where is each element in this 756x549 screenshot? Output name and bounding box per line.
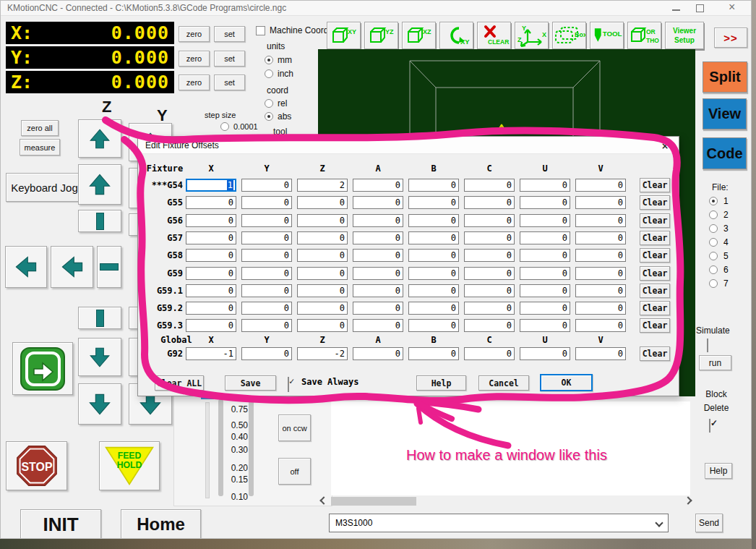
offset-input[interactable]: 0 bbox=[464, 179, 515, 192]
radio-icon[interactable] bbox=[265, 69, 273, 78]
offset-input[interactable]: 0 bbox=[575, 249, 626, 262]
offset-input[interactable]: 0 bbox=[241, 302, 292, 315]
offset-input[interactable]: 0 bbox=[575, 347, 626, 360]
simulate-checkbox[interactable] bbox=[707, 339, 708, 352]
radio-icon[interactable] bbox=[220, 122, 229, 131]
step-size-radio[interactable]: 0.0001 bbox=[220, 122, 258, 131]
jog-x-minus-fast-button[interactable] bbox=[5, 246, 47, 288]
clear-row-button[interactable]: Clear bbox=[640, 301, 670, 315]
radio-icon[interactable] bbox=[709, 265, 718, 274]
zero-all-button[interactable]: zero all bbox=[21, 120, 59, 136]
help-button[interactable]: Help bbox=[705, 463, 732, 479]
run-button[interactable]: run bbox=[699, 355, 731, 370]
offset-input[interactable]: 2 bbox=[297, 179, 348, 192]
set-z-button[interactable]: set bbox=[214, 75, 245, 90]
clear-all-button[interactable]: Clear ALL bbox=[155, 375, 204, 391]
offset-input[interactable]: 0 bbox=[186, 214, 236, 227]
jog-z-step-minus-button[interactable] bbox=[78, 307, 121, 329]
offset-input[interactable]: 0 bbox=[464, 249, 515, 262]
clear-row-button[interactable]: Clear bbox=[640, 318, 670, 333]
minimize-icon[interactable] bbox=[672, 9, 680, 11]
clear-row-button[interactable]: Clear bbox=[640, 213, 670, 228]
clear-row-button[interactable]: Clear bbox=[640, 195, 670, 210]
toolbar-tool-button[interactable]: TOOL bbox=[590, 22, 624, 49]
spindle-on-ccw-button[interactable]: on ccw bbox=[278, 414, 311, 441]
offset-input[interactable]: 0 bbox=[575, 267, 626, 280]
toolbar-bounding-box-button[interactable]: Box bbox=[552, 22, 586, 49]
offset-input[interactable]: 0 bbox=[186, 302, 236, 315]
offset-input[interactable]: 0 bbox=[297, 302, 348, 315]
offset-input[interactable]: 0 bbox=[353, 284, 403, 297]
offset-input[interactable]: 0 bbox=[186, 231, 236, 244]
radio-icon[interactable] bbox=[709, 197, 718, 205]
offset-input[interactable]: 0 bbox=[297, 284, 348, 297]
offset-input[interactable]: 0 bbox=[297, 196, 348, 209]
offset-input[interactable]: 0 bbox=[575, 179, 626, 192]
more-button[interactable]: >> bbox=[714, 27, 747, 48]
machine-coord-checkbox[interactable]: Machine Coord bbox=[256, 25, 328, 35]
offset-input[interactable]: 0 bbox=[464, 267, 515, 280]
toolbar-view-xz-button[interactable]: XZ bbox=[402, 22, 436, 49]
offset-input[interactable]: 0 bbox=[464, 347, 515, 360]
offset-input[interactable]: 0 bbox=[353, 179, 403, 192]
offset-input[interactable]: 0 bbox=[520, 347, 570, 360]
offset-input[interactable]: 0 bbox=[520, 214, 570, 227]
offset-input[interactable]: 0 bbox=[353, 267, 403, 280]
set-y-button[interactable]: set bbox=[214, 51, 245, 67]
stop-button[interactable]: STOP bbox=[6, 441, 67, 490]
offset-input[interactable]: 0 bbox=[353, 214, 403, 227]
offset-input[interactable]: 0 bbox=[408, 231, 459, 244]
clear-row-button[interactable]: Clear bbox=[640, 346, 670, 361]
set-x-button[interactable]: set bbox=[214, 26, 245, 42]
jog-z-plus-fast-button[interactable] bbox=[78, 119, 121, 158]
keyboard-jog-button[interactable]: Keyboard Jog bbox=[6, 173, 83, 202]
toolbar-ortho-button[interactable]: OR THO bbox=[627, 22, 661, 49]
dialog-ok-button[interactable]: OK bbox=[540, 374, 593, 391]
offset-input[interactable]: 0 bbox=[408, 196, 459, 209]
jog-x-minus-button[interactable] bbox=[51, 246, 93, 288]
mdi-command-combobox[interactable]: M3S1000 bbox=[329, 514, 669, 532]
clear-row-button[interactable]: Clear bbox=[640, 248, 670, 263]
toolbar-viewer-setup-button[interactable]: Viewer Setup bbox=[665, 22, 704, 49]
dialog-help-button[interactable]: Help bbox=[416, 375, 466, 391]
file-radio-7[interactable]: 7 bbox=[709, 278, 729, 289]
slider-track[interactable] bbox=[218, 399, 223, 496]
split-button[interactable]: Split bbox=[703, 61, 747, 93]
offset-input[interactable]: 0 bbox=[353, 249, 403, 262]
offset-input[interactable]: 0 bbox=[186, 249, 236, 262]
offset-input[interactable]: 0 bbox=[520, 284, 570, 297]
radio-icon[interactable] bbox=[709, 279, 718, 288]
gcode-text-area[interactable] bbox=[331, 401, 690, 495]
spindle-off-button[interactable]: off bbox=[278, 458, 311, 485]
clear-row-button[interactable]: Clear bbox=[640, 231, 670, 245]
slider-track[interactable] bbox=[249, 399, 254, 496]
jog-z-step-plus-button[interactable] bbox=[78, 210, 121, 232]
jog-z-minus-fast-button[interactable] bbox=[78, 383, 121, 425]
zero-y-button[interactable]: zero bbox=[179, 51, 210, 67]
clear-row-button[interactable]: Clear bbox=[640, 266, 670, 281]
clear-row-button[interactable]: Clear bbox=[640, 178, 670, 192]
offset-input[interactable]: 0 bbox=[464, 196, 515, 209]
scroll-right-icon[interactable] bbox=[684, 496, 692, 504]
offset-input[interactable]: -1 bbox=[186, 347, 236, 360]
offset-input[interactable]: 0 bbox=[408, 302, 459, 315]
offset-input[interactable]: 0 bbox=[241, 214, 292, 227]
offset-input[interactable]: 0 bbox=[575, 214, 626, 227]
toolbar-view-xy-button[interactable]: XY bbox=[327, 22, 361, 49]
save-button[interactable]: Save bbox=[225, 375, 276, 391]
offset-input[interactable]: 0 bbox=[241, 249, 292, 262]
offset-input[interactable]: 0 bbox=[408, 347, 459, 360]
coord-rel-radio[interactable]: rel bbox=[265, 98, 287, 108]
units-inch-radio[interactable]: inch bbox=[265, 69, 293, 79]
offset-input[interactable]: 0 bbox=[520, 267, 570, 280]
offset-input[interactable]: 0 bbox=[297, 231, 348, 244]
cycle-start-button[interactable] bbox=[12, 342, 73, 395]
offset-input[interactable]: 0 bbox=[464, 319, 515, 332]
radio-icon[interactable] bbox=[265, 56, 273, 64]
offset-input[interactable]: 0 bbox=[297, 319, 348, 332]
offset-input[interactable]: 0 bbox=[297, 249, 348, 262]
file-radio-4[interactable]: 4 bbox=[709, 237, 729, 247]
code-button[interactable]: Code bbox=[703, 137, 747, 169]
offset-input[interactable]: 0 bbox=[241, 347, 292, 360]
offset-input[interactable]: 0 bbox=[297, 214, 348, 227]
